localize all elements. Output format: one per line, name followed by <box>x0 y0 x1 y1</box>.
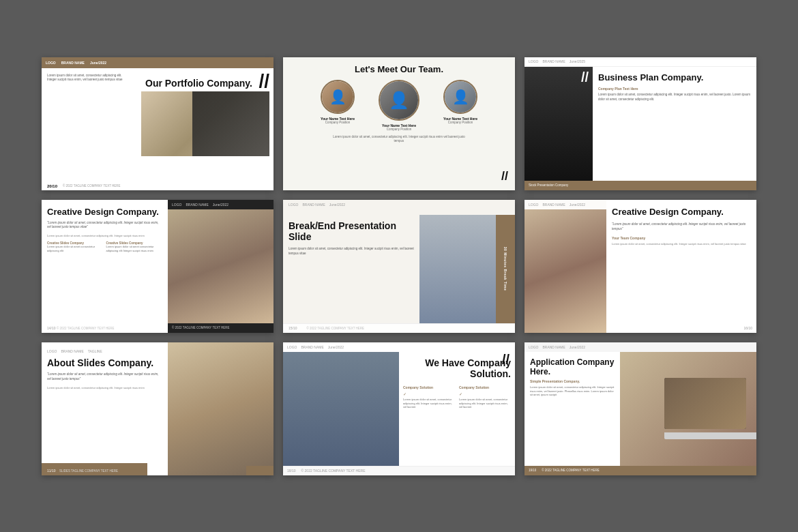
slide-6-img-content <box>524 209 606 333</box>
slide-solution[interactable]: LOGO BRAND NAME June/2022 // We Have Com… <box>283 342 515 475</box>
slide-9-screen <box>664 378 746 429</box>
slide-1-content: Lorem ipsum dolor sit amet, consectetur … <box>42 68 274 182</box>
slide-6-page: 16/10 <box>743 326 752 330</box>
slide-3-footer-text: Stock Presentation Company <box>529 183 568 187</box>
slide-8-col2-title: Company Solution <box>459 385 511 389</box>
slide-application[interactable]: LOGO BRAND NAME June/2022 Application Co… <box>524 342 756 475</box>
slide-9-text: Lorem ipsum dolor sit amet, consectetur … <box>530 385 615 397</box>
slide-9-title: Application Company Here. <box>530 357 615 377</box>
slide-5-banner-text: 30 Minutes Break Time <box>503 247 507 291</box>
slide-7-brand: BRAND NAME <box>61 349 83 353</box>
slide-portfolio[interactable]: LOGO BRAND NAME June/2022 Lorem ipsum do… <box>42 57 274 190</box>
slide-4-title: Creative Design Company. <box>47 207 162 218</box>
slide-3-quotemark: // <box>581 70 589 85</box>
slide-about[interactable]: LOGO BRAND NAME TAGLINE About Slides Com… <box>42 342 274 475</box>
slide-business-plan[interactable]: LOGO BRAND NAME June/2025 // Business Pl… <box>524 57 756 190</box>
slide-9-brand: BRAND NAME <box>542 345 565 349</box>
slide-8-col1: Company Solution ✓ Lorem ipsum dolor sit… <box>403 385 455 409</box>
team-member-2: 👤 Your Name Text Here Company Position <box>372 80 426 131</box>
slide-8-title: We Have Company Solution. <box>403 357 511 381</box>
slide-4-cols: Creative Slides Company Lorem ipsum dolo… <box>47 241 162 252</box>
slide-7-img <box>168 342 274 475</box>
slide-4-topbar: LOGO BRAND NAME June/2022 <box>168 200 274 209</box>
slide-3-dark-panel: // <box>524 67 593 181</box>
slide-6-company-label: Your Team Company <box>612 236 751 240</box>
slide-4-col1-text: Lorem ipsum dolor sit amet consectetur a… <box>47 245 104 252</box>
slide-9-main: Application Company Here. Simple Present… <box>524 352 756 466</box>
slide-8-cols: Company Solution ✓ Lorem ipsum dolor sit… <box>403 385 511 409</box>
slide-7-right <box>168 342 274 475</box>
slide-team[interactable]: Let's Meet Our Team. 👤 Your Name Text He… <box>283 57 515 190</box>
slide-1-logo: LOGO <box>46 61 56 65</box>
avatar-1-img: 👤 <box>322 81 353 113</box>
slide-9-subtitle: Simple Presentation Company. <box>530 379 615 383</box>
slide-3-footer: Stock Presentation Company <box>524 181 756 190</box>
slide-1-img-overlay <box>192 91 269 156</box>
slide-1-left-text: Lorem ipsum dolor sit amet, consectetur … <box>42 68 137 182</box>
slide-6-company-text: Lorem ipsum dolor sit amet, consectetur … <box>612 242 751 246</box>
slide-2-title: Let's Meet Our Team. <box>355 64 443 74</box>
slide-1-image <box>141 91 269 156</box>
slide-7-quote: "Lorem ipsum dolor sit amet, consectetur… <box>47 372 162 382</box>
slide-5-left: Break/End Presentation Slide Lorem ipsum… <box>283 215 419 323</box>
slide-1-page: 20/10 <box>47 184 57 188</box>
slide-9-topnav: LOGO BRAND NAME June/2022 <box>524 342 756 352</box>
slide-4-page: 14/10 <box>47 326 56 330</box>
slide-8-col2-check: ✓ <box>459 391 511 396</box>
slide-4-right-img <box>168 209 274 323</box>
slide-4-quote: "Lorem ipsum dolor sit amet, consectetur… <box>47 221 162 230</box>
slide-2-quotemark: // <box>501 169 508 183</box>
slide-9-right-img <box>620 352 756 466</box>
slide-7-gold-accent <box>246 466 274 475</box>
slide-7-tagline: TAGLINE <box>88 349 102 353</box>
slide-6-left-img: LOGO BRAND NAME June/2022 <box>524 200 606 333</box>
slide-7-left: LOGO BRAND NAME TAGLINE About Slides Com… <box>42 342 168 475</box>
slide-9-logo: LOGO <box>529 345 538 349</box>
team-member-1: 👤 Your Name Text Here Company Position <box>310 80 365 131</box>
avatar-3-img: 👤 <box>445 81 476 113</box>
slide-3-logo: LOGO <box>529 59 538 63</box>
slide-7-page: 11/10 SLIDES TAGLINE COMPANY TEXT HERE <box>47 469 118 473</box>
slide-6-right: Creative Design Company. "Lorem ipsum do… <box>606 200 756 333</box>
slide-5-footer-text: © 2022 TAGLINE COMPANY TEXT HERE <box>307 327 365 330</box>
slide-1-right: Our Portfolio Company. // <box>137 68 274 182</box>
slide-8-col1-check: ✓ <box>403 391 455 396</box>
slide-1-footer-text: © 2022 TAGLINE COMPANY TEXT HERE <box>63 184 268 188</box>
slide-5-brand: BRAND NAME <box>302 203 325 207</box>
slide-4-logo: LOGO <box>172 203 181 207</box>
slide-9-left: Application Company Here. Simple Present… <box>524 352 620 466</box>
slide-1-date: June/2022 <box>90 61 106 65</box>
slide-8-footer-text: © 2022 TAGLINE COMPANY TEXT HERE <box>301 469 366 473</box>
slide-3-right: Business Plan Company. Company Plan Text… <box>593 67 756 181</box>
slide-2-team-row: 👤 Your Name Text Here Company Position 👤… <box>310 80 488 131</box>
avatar-2: 👤 <box>379 80 419 121</box>
member-1-role: Company Position <box>325 121 351 124</box>
slide-3-plan-label: Company Plan Text Here <box>598 87 751 91</box>
slide-5-main: Break/End Presentation Slide Lorem ipsum… <box>283 215 515 323</box>
member-3-role: Company Position <box>448 121 473 124</box>
slide-3-topnav: LOGO BRAND NAME June/2025 <box>524 57 756 67</box>
slide-9-date: June/2022 <box>570 345 585 349</box>
slide-6-title: Creative Design Company. <box>612 207 751 218</box>
slide-break[interactable]: LOGO BRAND NAME June/2022 Break/End Pres… <box>283 200 515 333</box>
slide-8-img-bg <box>283 352 399 466</box>
slide-1-body-text: Lorem ipsum dolor sit amet, consectetur … <box>47 74 132 83</box>
slide-creative-design-right[interactable]: LOGO BRAND NAME June/2022 Creative Desig… <box>524 200 756 333</box>
slide-4-right-bottom: © 2022 TAGLINE COMPANY TEXT HERE <box>168 323 274 333</box>
slide-3-date: June/2025 <box>570 59 585 63</box>
slide-8-main: // We Have Company Solution. Company Sol… <box>283 352 515 466</box>
slide-8-right: // We Have Company Solution. Company Sol… <box>399 352 515 466</box>
slide-4-date: June/2022 <box>213 203 228 207</box>
slide-8-date: June/2022 <box>328 345 344 349</box>
slide-9-screen-content <box>664 378 746 429</box>
slide-2-bottom-text: Lorem ipsum dolor sit amet, consectetur … <box>331 135 467 144</box>
slide-5-topnav: LOGO BRAND NAME June/2022 <box>283 200 515 209</box>
slide-creative-design-left[interactable]: Creative Design Company. "Lorem ipsum do… <box>42 200 274 333</box>
slide-8-logo: LOGO <box>287 345 297 349</box>
slide-5-right-img: 30 Minutes Break Time <box>419 215 515 323</box>
slide-8-footer: 18/10 © 2022 TAGLINE COMPANY TEXT HERE <box>283 466 515 475</box>
slide-8-left-img <box>283 352 399 466</box>
slide-9-footer: 19/10 © 2022 TAGLINE COMPANY TEXT HERE <box>524 466 756 475</box>
slide-9-footer-text: © 2022 TAGLINE COMPANY TEXT HERE <box>542 469 600 472</box>
slide-8-quotemark: // <box>502 352 509 368</box>
